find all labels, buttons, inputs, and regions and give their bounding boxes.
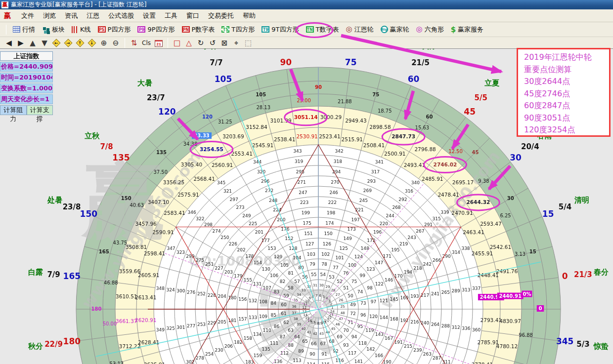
svg-text:69: 69 <box>337 334 343 339</box>
winner-service-button[interactable]: $赢家服务 <box>451 25 483 34</box>
info-row-conversion: 变换系数=1.00000 <box>0 83 53 93</box>
svg-text:219: 219 <box>399 242 408 246</box>
svg-text:296: 296 <box>261 179 269 184</box>
svg-text:2545.91: 2545.91 <box>252 142 273 148</box>
svg-text:132: 132 <box>249 298 257 303</box>
svg-text:87: 87 <box>280 334 285 339</box>
t-square-button-badge-icon: TS <box>221 26 229 33</box>
svg-text:105: 105 <box>215 74 232 84</box>
cls-button[interactable]: Cls <box>140 38 153 48</box>
gann-wheel-button[interactable]: ◎江恩轮 <box>346 25 373 34</box>
svg-text:23/8: 23/8 <box>63 202 81 211</box>
svg-text:222: 222 <box>328 200 337 205</box>
menu-item-1[interactable]: 浏览 <box>39 10 60 22</box>
svg-text:113: 113 <box>293 358 301 363</box>
zoom-in-icon[interactable]: ⊕ <box>98 38 110 48</box>
hexagon-button-target-icon: ◎ <box>416 26 423 33</box>
annotation-line-0: 2019年江恩轮中轮 <box>524 51 609 64</box>
svg-text:142: 142 <box>366 347 375 352</box>
menu-item-5[interactable]: 设置 <box>138 10 160 22</box>
menu-item-4[interactable]: 公式选股 <box>104 10 138 22</box>
svg-text:264: 264 <box>431 322 439 327</box>
t-number-table-button-badge-icon: TN <box>306 26 314 33</box>
svg-text:227: 227 <box>215 266 223 271</box>
svg-text:3: 3 <box>328 299 330 303</box>
svg-text:336: 336 <box>462 326 470 331</box>
rotate-cw-icon[interactable]: ↻ <box>195 38 207 48</box>
menu-items: 文件浏览资讯江恩公式选股设置工具窗口交易委托帮助 <box>17 10 260 22</box>
triangle-tool-icon[interactable]: △ <box>183 38 195 48</box>
converge-icon[interactable]: ⌖ <box>230 38 242 48</box>
svg-text:2583.41: 2583.41 <box>164 210 185 216</box>
svg-text:24: 24 <box>330 310 335 314</box>
menu-item-9[interactable]: 帮助 <box>238 10 260 22</box>
svg-text:278: 278 <box>196 356 204 361</box>
svg-text:154: 154 <box>254 260 262 265</box>
winner-wheel-button-label: 赢家轮 <box>390 25 409 34</box>
svg-text:2568.41: 2568.41 <box>193 176 215 182</box>
9t-square-button[interactable]: T99T四方形 <box>262 25 299 34</box>
step-down-icon[interactable]: ↓ <box>86 38 98 48</box>
updown-axis-icon[interactable]: ⇅ <box>128 38 140 48</box>
svg-text:246: 246 <box>330 190 338 195</box>
flip-up-icon[interactable]: ▲ <box>27 38 39 48</box>
hexagon-button[interactable]: ◎六角形 <box>416 25 444 34</box>
svg-text:135: 135 <box>112 153 130 162</box>
menu-item-6[interactable]: 工具 <box>160 10 182 22</box>
box-x-icon[interactable]: ⊠ <box>219 38 230 48</box>
t-number-table-button[interactable]: TNT数字表 <box>306 25 339 34</box>
rotate-right-icon[interactable]: ▶ <box>15 38 27 48</box>
rotate-left-icon[interactable]: ◀ <box>3 38 15 48</box>
calc-support-button[interactable]: 计算支撑 <box>27 105 53 115</box>
svg-text:34: 34 <box>297 293 301 297</box>
svg-text:3203.69: 3203.69 <box>222 133 244 139</box>
svg-text:206: 206 <box>224 344 233 349</box>
svg-text:7/7: 7/7 <box>210 58 222 67</box>
svg-text:136: 136 <box>274 359 282 364</box>
flip-down-icon[interactable]: ▼ <box>39 38 50 48</box>
calendar-icon[interactable]: 21 <box>153 38 165 48</box>
rotate-ccw-icon[interactable]: ↺ <box>207 38 219 48</box>
svg-text:269: 269 <box>363 188 372 193</box>
svg-text:2628.41: 2628.41 <box>138 339 159 345</box>
9p-square-button[interactable]: P99P四方形 <box>137 25 175 34</box>
svg-text:175: 175 <box>303 221 311 226</box>
toolbar-separator <box>125 38 125 48</box>
menu-item-8[interactable]: 交易委托 <box>204 10 238 22</box>
svg-text:228: 228 <box>208 293 216 298</box>
svg-text:114: 114 <box>307 362 315 364</box>
menu-item-0[interactable]: 文件 <box>17 10 39 22</box>
svg-text:247: 247 <box>299 190 307 195</box>
svg-text:345: 345 <box>556 336 574 346</box>
zoom-out-icon[interactable]: ⊖ <box>110 38 122 48</box>
p-number-table-button[interactable]: PNP数字表 <box>182 25 215 34</box>
market-quotes-button[interactable]: 行情 <box>13 25 35 34</box>
p-square-button[interactable]: PSP四方形 <box>98 25 131 34</box>
svg-text:319: 319 <box>295 159 303 164</box>
svg-text:53.13: 53.13 <box>110 361 124 364</box>
svg-text:344: 344 <box>253 160 262 164</box>
svg-text:270: 270 <box>331 180 339 185</box>
svg-text:41: 41 <box>307 330 311 334</box>
winner-wheel-button[interactable]: Big赢家轮 <box>381 25 409 34</box>
step-up-icon[interactable]: ↑ <box>74 38 86 48</box>
select-region-icon[interactable]: ⬚ <box>242 38 254 48</box>
step-right-icon[interactable]: → <box>62 38 74 48</box>
svg-text:320: 320 <box>257 169 265 174</box>
svg-text:2635.91: 2635.91 <box>144 362 165 364</box>
sectors-button[interactable]: 板块 <box>42 25 65 34</box>
svg-text:5: 5 <box>323 295 325 299</box>
square-tool-icon[interactable]: □ <box>171 38 183 48</box>
svg-text:274: 274 <box>213 229 221 234</box>
svg-text:294: 294 <box>332 169 341 174</box>
svg-text:2949.43: 2949.43 <box>345 118 366 123</box>
calc-resistance-button[interactable]: 计算阻力 <box>0 105 27 115</box>
menu-item-7[interactable]: 窗口 <box>182 10 204 22</box>
menu-item-2[interactable]: 资讯 <box>60 10 82 22</box>
svg-text:241: 241 <box>431 291 439 296</box>
svg-text:5/4: 5/4 <box>559 202 571 211</box>
kline-button[interactable]: K线 <box>72 25 91 34</box>
menu-item-3[interactable]: 江恩 <box>82 10 104 22</box>
step-left-icon[interactable]: ← <box>50 38 62 48</box>
t-square-button[interactable]: TST四方形 <box>221 25 255 34</box>
